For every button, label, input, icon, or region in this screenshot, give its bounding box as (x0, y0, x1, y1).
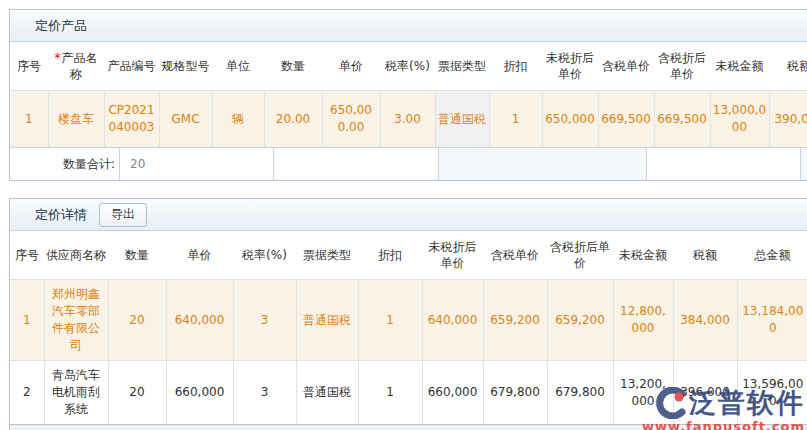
summary-empty-cell (801, 148, 807, 180)
column-header: 产品编号 (104, 42, 159, 91)
column-header-label: 序号 (15, 248, 39, 262)
column-header: 含税单价 (598, 42, 654, 91)
pricing-products-table: 序号*产品名称产品编号规格型号单位数量单价税率(%)票据类型折扣未税折后单价含税… (10, 42, 807, 147)
pricing-products-panel: 定价产品 序号*产品名称产品编号规格型号单位数量单价税率(%)票据类型折扣未税折… (9, 9, 807, 181)
table-cell: 20 (108, 361, 166, 425)
table-cell: 3 (233, 280, 296, 361)
table-cell: 384,000 (673, 280, 737, 361)
pricing-products-title: 定价产品 (35, 17, 87, 35)
column-header: 数量 (264, 42, 322, 91)
table-cell: CP2021040003 (104, 91, 159, 148)
table-cell: 20.00 (264, 91, 322, 148)
table-cell: 青岛汽车电机雨刮系统 (44, 361, 108, 425)
table-cell: 3 (233, 361, 296, 425)
column-header-label: 折扣 (378, 248, 402, 262)
table-cell: 13,200,000 (613, 361, 673, 425)
column-header-label: 产品编号 (108, 59, 156, 73)
column-header-label: 未税金额 (716, 59, 764, 73)
column-header: 总金额 (737, 231, 807, 280)
column-header: 未税折后单价 (422, 231, 483, 280)
pricing-products-titlebar: 定价产品 (10, 10, 807, 42)
table-cell: 1 (10, 91, 48, 148)
table-cell: 郑州明鑫汽车零部件有限公司 (44, 280, 108, 361)
summary-empty-cell (439, 148, 647, 180)
column-header: 税率(%) (233, 231, 296, 280)
table-row[interactable]: 1郑州明鑫汽车零部件有限公司20640,0003普通国税1640,000659,… (10, 280, 807, 361)
required-asterisk: * (55, 51, 61, 65)
table-cell: 普通国税 (296, 361, 358, 425)
column-header: 单价 (166, 231, 233, 280)
column-header: 票据类型 (435, 42, 489, 91)
column-header: 税额 (769, 42, 807, 91)
table-cell: 640,000 (422, 280, 483, 361)
table-cell: 1 (358, 361, 422, 425)
table-cell: 12,800,000 (613, 280, 673, 361)
table-cell: 660,000 (166, 361, 233, 425)
table-cell: 390,000 (769, 91, 807, 148)
column-header-label: 供应商名称 (46, 248, 106, 262)
table-cell: GMC (159, 91, 212, 148)
header-row: 序号供应商名称数量单价税率(%)票据类型折扣未税折后单价含税单价含税折后单价未税… (10, 231, 807, 280)
column-header: 折扣 (489, 42, 542, 91)
table-cell: 669,500 (654, 91, 710, 148)
table-cell: 640,000 (166, 280, 233, 361)
table-row[interactable]: 1楼盘车CP2021040003GMC辆20.00650,000.003.00普… (10, 91, 807, 148)
column-header: 序号 (10, 231, 44, 280)
column-header: *产品名称 (48, 42, 104, 91)
column-header: 含税单价 (483, 231, 547, 280)
column-header-label: 单价 (339, 59, 363, 73)
column-header-label: 产品名称 (62, 51, 98, 81)
table-cell: 3.00 (380, 91, 435, 148)
column-header-label: 序号 (17, 59, 41, 73)
next-section-edge (9, 424, 807, 430)
column-header-label: 税额 (693, 248, 717, 262)
column-header: 折扣 (358, 231, 422, 280)
column-header-label: 税率(%) (242, 248, 287, 262)
table-cell: 13,184,000 (737, 280, 807, 361)
column-header-label: 总金额 (755, 248, 791, 262)
table-cell: 20 (108, 280, 166, 361)
pricing-details-titlebar: 定价详情 导出 (10, 199, 807, 231)
column-header: 单位 (212, 42, 264, 91)
export-button[interactable]: 导出 (99, 203, 147, 227)
column-header: 规格型号 (159, 42, 212, 91)
table-cell: 楼盘车 (48, 91, 104, 148)
column-header-label: 含税折后单价 (658, 51, 706, 81)
pricing-details-title: 定价详情 (35, 206, 87, 224)
column-header-label: 票据类型 (303, 248, 351, 262)
column-header-label: 单位 (226, 59, 250, 73)
column-header-label: 折扣 (504, 59, 528, 73)
column-header-label: 票据类型 (438, 59, 486, 73)
column-header-label: 含税单价 (602, 59, 650, 73)
table-cell: 1 (10, 280, 44, 361)
column-header-label: 未税折后单价 (546, 51, 594, 81)
pricing-details-table: 序号供应商名称数量单价税率(%)票据类型折扣未税折后单价含税单价含税折后单价未税… (10, 231, 807, 424)
column-header: 税率(%) (380, 42, 435, 91)
table-cell: 1 (358, 280, 422, 361)
summary-empty-cell (274, 148, 439, 180)
column-header: 含税折后单价 (547, 231, 613, 280)
table-cell: 679,800 (483, 361, 547, 425)
table-cell: 669,500 (598, 91, 654, 148)
column-header-label: 未税折后单价 (429, 240, 477, 270)
column-header-label: 数量 (281, 59, 305, 73)
column-header: 单价 (322, 42, 380, 91)
column-header: 票据类型 (296, 231, 358, 280)
quantity-total-value: 20 (120, 148, 274, 180)
column-header-label: 含税折后单价 (550, 240, 610, 270)
column-header: 未税金额 (710, 42, 769, 91)
table-cell: 普通国税 (296, 280, 358, 361)
column-header-label: 单价 (188, 248, 212, 262)
quantity-total-label: 数量合计: (10, 148, 120, 180)
table-cell: 650,000.00 (322, 91, 380, 148)
table-row[interactable]: 2青岛汽车电机雨刮系统20660,0003普通国税1660,000679,800… (10, 361, 807, 425)
column-header-label: 规格型号 (162, 59, 210, 73)
table-cell: 辆 (212, 91, 264, 148)
column-header: 供应商名称 (44, 231, 108, 280)
column-header: 未税金额 (613, 231, 673, 280)
column-header-label: 税额 (787, 59, 807, 73)
column-header: 序号 (10, 42, 48, 91)
table-cell: 普通国税 (435, 91, 489, 148)
table-cell: 659,200 (547, 280, 613, 361)
table-cell: 396,000 (673, 361, 737, 425)
